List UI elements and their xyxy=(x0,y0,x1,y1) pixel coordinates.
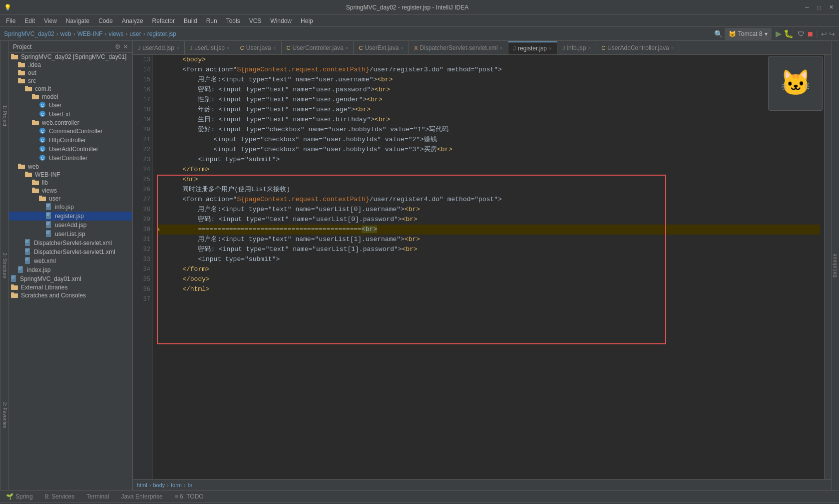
tree-item-user[interactable]: user xyxy=(9,195,132,203)
tab-label: DispatcherServlet-servlet.xml xyxy=(420,44,498,51)
menu-window[interactable]: Window xyxy=(266,16,296,25)
tomcat-run-button[interactable]: 🐱 Tomcat 8 ▾ xyxy=(725,28,772,40)
tree-item-views[interactable]: views xyxy=(9,187,132,195)
line-numbers: 1314151617181920212223242526272829303132… xyxy=(133,55,153,479)
tree-item-out[interactable]: out xyxy=(9,69,132,77)
tab-close-icon[interactable]: × xyxy=(227,45,230,51)
tab-userext.java[interactable]: CUserExt.java× xyxy=(354,41,409,54)
database-panel-toggle[interactable]: Database xyxy=(832,41,839,490)
menu-view[interactable]: View xyxy=(40,16,61,25)
breadcrumb-html[interactable]: html xyxy=(137,482,147,488)
menu-code[interactable]: Code xyxy=(94,16,117,25)
tab-close-icon[interactable]: × xyxy=(346,45,349,51)
nav-project[interactable]: SpringMVC_day02 xyxy=(4,30,54,37)
close-button[interactable]: ✕ xyxy=(827,3,835,11)
nav-web[interactable]: web xyxy=(60,30,71,37)
coverage-button[interactable]: 🛡 xyxy=(798,30,805,38)
right-scrollbar[interactable] xyxy=(824,55,831,479)
tab-userlist.jsp[interactable]: JuserList.jsp× xyxy=(185,41,235,54)
breadcrumb-body[interactable]: body xyxy=(153,482,165,488)
tab-close-icon[interactable]: × xyxy=(671,45,674,51)
menu-build[interactable]: Build xyxy=(180,16,201,25)
structure-panel-toggle[interactable]: 2: Structure xyxy=(0,191,8,340)
tree-item-model[interactable]: model xyxy=(9,93,132,101)
stop-button[interactable]: ⏹ xyxy=(807,30,814,38)
tree-item-user[interactable]: CUser xyxy=(9,101,132,110)
tree-item-userlist.jsp[interactable]: userList.jsp xyxy=(9,230,132,239)
tree-item-web[interactable]: web xyxy=(9,163,132,171)
sidebar-settings-icon[interactable]: ⚙ xyxy=(115,43,121,50)
tab-useraddcontroller.java[interactable]: CUserAddController.java× xyxy=(596,41,679,54)
debug-button[interactable]: 🐛 xyxy=(784,29,794,38)
tab-icon: C xyxy=(601,45,605,51)
tab-close-icon[interactable]: × xyxy=(176,45,179,51)
nav-file[interactable]: register.jsp xyxy=(147,30,176,37)
nav-user[interactable]: user xyxy=(129,30,141,37)
undo-button[interactable]: ↩ xyxy=(821,30,827,38)
tree-item-src[interactable]: src xyxy=(9,77,132,85)
tab-close-icon[interactable]: × xyxy=(588,45,591,51)
tree-item-register.jsp[interactable]: register.jsp xyxy=(9,212,132,221)
code-editor[interactable]: <body> <form action="${pageContext.reque… xyxy=(153,55,824,479)
tab-useradd.jsp[interactable]: JuserAdd.jsp× xyxy=(133,41,185,54)
menu-refactor[interactable]: Refactor xyxy=(148,16,179,25)
svg-text:C: C xyxy=(41,138,44,143)
menu-analyze[interactable]: Analyze xyxy=(118,16,147,25)
tab-close-icon[interactable]: × xyxy=(549,46,552,51)
favorites-panel-toggle[interactable]: 2: Favorites xyxy=(0,340,8,490)
menu-vcs[interactable]: VCS xyxy=(245,16,266,25)
tab-info.jsp[interactable]: Jinfo.jsp× xyxy=(557,41,596,54)
tree-item-index.jsp[interactable]: index.jsp xyxy=(9,265,132,274)
menu-help[interactable]: Help xyxy=(297,16,317,25)
tab-terminal[interactable]: Terminal xyxy=(84,492,111,501)
tree-item-userext[interactable]: CUserExt xyxy=(9,110,132,119)
tree-item-external_libraries[interactable]: External Libraries xyxy=(9,283,132,291)
tab-java-enterprise[interactable]: Java Enterprise xyxy=(119,492,164,501)
tree-item-springmvc_day01.xml[interactable]: SpringMVC_day01.xml xyxy=(9,274,132,283)
menu-run[interactable]: Run xyxy=(202,16,221,25)
tab-services[interactable]: 8: Services xyxy=(43,492,76,501)
tree-item-scratches_and_consoles[interactable]: Scratches and Consoles xyxy=(9,291,132,299)
tree-item-springmvc_day02_[springmvc_day01][interactable]: SpringMVC_day02 [SpringMVC_day01] xyxy=(9,53,132,61)
tree-item-dispatcherservlet-servlet.xml[interactable]: DispatcherServlet-servlet.xml xyxy=(9,239,132,248)
tree-item-lib[interactable]: lib xyxy=(9,179,132,187)
tree-item-com.it[interactable]: com.it xyxy=(9,85,132,93)
tree-item-.idea[interactable]: .idea xyxy=(9,61,132,69)
menu-edit[interactable]: Edit xyxy=(20,16,39,25)
tab-close-icon[interactable]: × xyxy=(401,45,404,51)
tree-item-web.controller[interactable]: web.controller xyxy=(9,119,132,127)
tree-item-httpcontroller[interactable]: CHttpController xyxy=(9,136,132,145)
tree-item-info.jsp[interactable]: info.jsp xyxy=(9,203,132,212)
tree-item-commandcontroller[interactable]: CCommandController xyxy=(9,127,132,136)
tree-item-usercontroller[interactable]: CUserController xyxy=(9,154,132,163)
minimize-button[interactable]: ─ xyxy=(803,3,811,11)
tab-register.jsp[interactable]: Jregister.jsp× xyxy=(508,41,557,54)
maximize-button[interactable]: □ xyxy=(815,3,823,11)
tab-usercontroller.java[interactable]: CUserController.java× xyxy=(282,41,354,54)
nav-webinf[interactable]: WEB-INF xyxy=(77,30,103,37)
tab-close-icon[interactable]: × xyxy=(500,45,503,51)
breadcrumb-br[interactable]: br xyxy=(188,482,193,488)
tree-item-dispatcherservlet-servlet1.xml[interactable]: DispatcherServlet-servlet1.xml xyxy=(9,248,132,256)
code-line-21: <input type="checkbox" name="user.hobbyI… xyxy=(157,135,820,145)
tab-user.java[interactable]: CUser.java× xyxy=(235,41,282,54)
tab-spring[interactable]: 🌱 Spring xyxy=(4,492,35,501)
tab-todo[interactable]: ≡ 6: TODO xyxy=(173,492,206,501)
menu-tools[interactable]: Tools xyxy=(222,16,244,25)
tree-item-useradd.jsp[interactable]: userAdd.jsp xyxy=(9,221,132,230)
run-button[interactable]: ▶ xyxy=(776,29,782,38)
search-icon[interactable]: 🔍 xyxy=(714,30,723,38)
menu-navigate[interactable]: Navigate xyxy=(62,16,93,25)
tab-dispatcherservlet-servlet.xml[interactable]: XDispatcherServlet-servlet.xml× xyxy=(409,41,508,54)
tree-item-web-inf[interactable]: WEB-INF xyxy=(9,171,132,179)
breadcrumb-form[interactable]: form xyxy=(171,482,182,488)
nav-views[interactable]: views xyxy=(108,30,123,37)
tree-item-useraddcontroller[interactable]: CUserAddController xyxy=(9,145,132,154)
redo-button[interactable]: ↪ xyxy=(829,30,835,38)
menu-file[interactable]: File xyxy=(2,16,19,25)
sidebar-close-icon[interactable]: ✕ xyxy=(123,43,128,50)
tree-item-web.xml[interactable]: web.xml xyxy=(9,256,132,265)
project-panel-toggle[interactable]: 1: Project xyxy=(0,41,8,191)
tab-close-icon[interactable]: × xyxy=(273,45,276,51)
statusbar: ✓ All files are up-to-date (3 minutes ag… xyxy=(0,502,839,504)
